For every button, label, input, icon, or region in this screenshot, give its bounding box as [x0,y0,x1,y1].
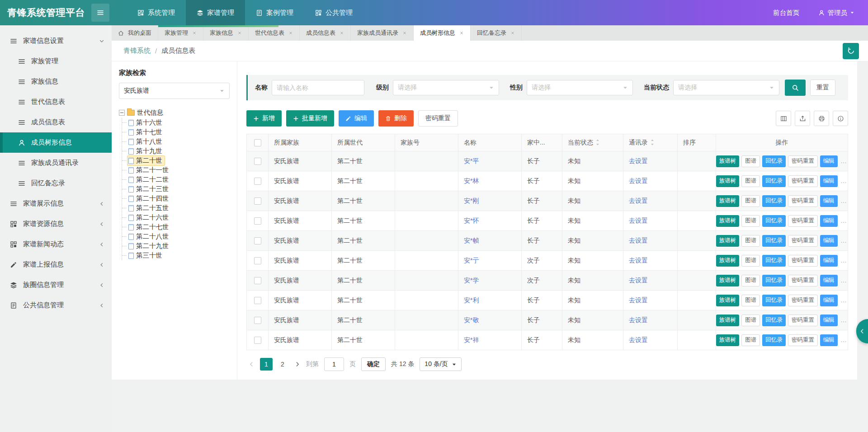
more-actions-button[interactable]: ... [840,295,848,306]
sidebar-item[interactable]: 世代信息表 [0,92,112,112]
password-reset-row-button[interactable]: 密码重置 [788,295,818,306]
contact-setup-link[interactable]: 去设置 [629,237,648,244]
atlas-button[interactable]: 图谱 [741,155,760,167]
member-name-link[interactable]: 安*刚 [464,197,479,204]
tree-node[interactable]: 第十八世 [122,137,230,146]
more-actions-button[interactable]: ... [840,255,848,267]
password-reset-row-button[interactable]: 密码重置 [788,315,818,326]
memoir-button[interactable]: 回忆录 [762,275,786,286]
family-tree-button[interactable]: 族谱树 [716,295,740,306]
tree-expander[interactable] [119,110,125,116]
row-checkbox[interactable] [254,197,261,205]
close-icon[interactable] [237,31,242,35]
contact-setup-link[interactable]: 去设置 [629,197,648,204]
atlas-button[interactable]: 图谱 [741,175,760,187]
tree-node[interactable]: 第十九世 [122,146,230,156]
sidebar-item[interactable]: 家谱展示信息 [0,193,112,214]
row-checkbox[interactable] [254,237,261,244]
row-checkbox[interactable] [254,337,261,344]
contact-setup-link[interactable]: 去设置 [629,177,648,184]
tab-item[interactable]: 家族信息 [203,25,249,41]
columns-toggle-button[interactable] [776,111,791,126]
page-button[interactable]: 2 [276,358,289,371]
password-reset-row-button[interactable]: 密码重置 [788,275,818,286]
delete-button[interactable]: 删除 [378,110,414,127]
family-tree-button[interactable]: 族谱树 [716,215,740,227]
memoir-button[interactable]: 回忆录 [762,334,786,346]
contact-setup-link[interactable]: 去设置 [629,257,648,264]
close-icon[interactable] [459,31,464,35]
top-nav-item[interactable]: 家谱管理 [186,0,245,25]
sidebar-item[interactable]: 公共信息管理 [0,295,112,315]
password-reset-row-button[interactable]: 密码重置 [788,255,818,267]
contact-setup-link[interactable]: 去设置 [629,157,648,164]
atlas-button[interactable]: 图谱 [741,315,760,326]
close-icon[interactable] [510,31,515,35]
row-checkbox[interactable] [254,277,261,284]
memoir-button[interactable]: 回忆录 [762,255,786,267]
contact-setup-link[interactable]: 去设置 [629,277,648,284]
sidebar-item[interactable]: 家族信息 [0,71,112,92]
sidebar-item[interactable]: 成员信息表 [0,112,112,132]
sidebar-item[interactable]: 家谱资源信息 [0,214,112,234]
contact-setup-link[interactable]: 去设置 [629,296,648,304]
member-name-link[interactable]: 安*林 [464,177,479,184]
member-name-link[interactable]: 安*敬 [464,316,479,324]
member-name-link[interactable]: 安*利 [464,296,479,304]
name-input[interactable] [272,80,364,95]
tree-node[interactable]: 第二十五世 [122,203,230,213]
user-menu[interactable]: 管理员 [818,9,854,17]
gender-select[interactable]: 请选择 [527,80,633,95]
tab-item[interactable]: 家族成员通讯录 [351,25,414,41]
front-home-link[interactable]: 前台首页 [773,9,799,17]
prev-page-button[interactable] [248,361,255,367]
row-checkbox[interactable] [254,297,261,304]
close-icon[interactable] [192,31,197,35]
select-all-checkbox[interactable] [254,139,261,146]
edit-row-button[interactable]: 编辑 [820,175,838,187]
member-name-link[interactable]: 安*怀 [464,217,479,224]
family-tree-button[interactable]: 族谱树 [716,195,740,207]
memoir-button[interactable]: 回忆录 [762,195,786,207]
row-checkbox[interactable] [254,158,261,165]
sidebar-item[interactable]: 家谱上报信息 [0,254,112,275]
password-reset-row-button[interactable]: 密码重置 [788,175,818,187]
tree-node[interactable]: 第二十一世 [122,165,230,175]
tree-node[interactable]: 第二十七世 [122,222,230,232]
breadcrumb-root[interactable]: 青锋系统 [123,47,151,55]
search-button[interactable] [785,80,806,96]
tree-node[interactable]: 第二十世 [122,156,230,165]
family-tree-button[interactable]: 族谱树 [716,175,740,187]
memoir-button[interactable]: 回忆录 [762,175,786,187]
edit-row-button[interactable]: 编辑 [820,334,838,346]
password-reset-row-button[interactable]: 密码重置 [788,215,818,227]
edit-row-button[interactable]: 编辑 [820,275,838,286]
sidebar-toggle-button[interactable] [91,4,109,22]
memoir-button[interactable]: 回忆录 [762,155,786,167]
batch-add-button[interactable]: 批量新增 [286,110,334,127]
atlas-button[interactable]: 图谱 [741,235,760,247]
contact-setup-link[interactable]: 去设置 [629,336,648,343]
sidebar-item[interactable]: 族圈信息管理 [0,275,112,295]
tree-root-node[interactable]: 世代信息 [119,107,230,118]
edit-row-button[interactable]: 编辑 [820,295,838,306]
goto-page-input[interactable] [324,357,344,371]
print-button[interactable] [814,111,829,126]
tree-node[interactable]: 第二十六世 [122,213,230,222]
memoir-button[interactable]: 回忆录 [762,235,786,247]
close-icon[interactable] [402,31,407,35]
tree-node[interactable]: 第二十三世 [122,184,230,194]
password-reset-button[interactable]: 密码重置 [418,110,458,127]
atlas-button[interactable]: 图谱 [741,255,760,267]
row-checkbox[interactable] [254,178,261,185]
more-actions-button[interactable]: ... [840,195,848,207]
sort-icon[interactable] [650,139,655,146]
edit-row-button[interactable]: 编辑 [820,195,838,207]
member-name-link[interactable]: 安*学 [464,277,479,284]
more-actions-button[interactable]: ... [840,334,848,346]
top-nav-item[interactable]: 系统管理 [127,0,186,25]
edit-row-button[interactable]: 编辑 [820,155,838,167]
tab-item[interactable]: 回忆备忘录 [471,25,522,41]
family-tree-button[interactable]: 族谱树 [716,334,740,346]
next-page-button[interactable] [294,361,301,367]
